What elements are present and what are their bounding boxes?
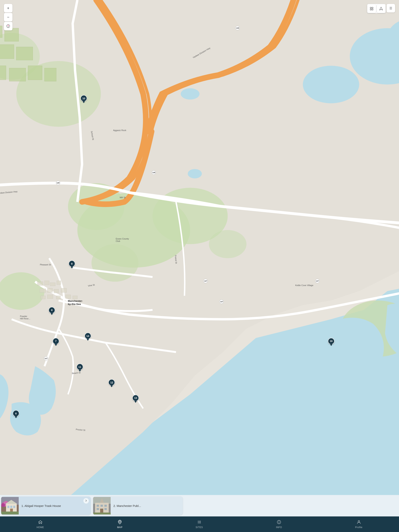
home-icon (38, 520, 43, 525)
nav-label-info: INFO (276, 526, 282, 529)
map-pin-14[interactable]: 14 (84, 333, 91, 341)
list-button[interactable] (386, 4, 395, 13)
navigate-button[interactable] (377, 4, 385, 13)
place-card-label-2: 2. Manchester Publ... (113, 504, 141, 507)
nav-item-home[interactable]: HOME (33, 518, 48, 530)
svg-point-83 (358, 520, 360, 522)
svg-rect-32 (0, 44, 14, 59)
place-card-text-2: 2. Manchester Publ... (111, 502, 183, 510)
map-container[interactable]: Aggasiz Rock Pleasant St Manchester-by-t… (0, 0, 399, 516)
svg-rect-44 (370, 9, 371, 10)
place-card-img-1 (1, 497, 19, 514)
map-pin-10[interactable]: 10 (80, 95, 87, 103)
map-pin-13[interactable]: 13 (132, 395, 139, 403)
svg-rect-71 (100, 509, 103, 513)
nav-item-sites[interactable]: SITES (192, 518, 207, 530)
sites-icon (197, 520, 202, 525)
place-card-text-1: 1. Abigail Hooper Trask House (19, 502, 91, 510)
svg-rect-70 (104, 508, 107, 510)
place-card-chevron-1[interactable] (83, 498, 89, 504)
place-card-2[interactable]: 2. Manchester Publ... (93, 497, 183, 515)
svg-rect-72 (93, 513, 111, 514)
map-controls-left: + − (4, 4, 13, 30)
layers-button[interactable] (367, 4, 376, 13)
svg-rect-15 (37, 282, 43, 285)
svg-rect-42 (370, 7, 371, 8)
svg-rect-58 (10, 506, 12, 508)
svg-rect-59 (13, 506, 15, 508)
nav-item-map[interactable]: MAP (113, 518, 126, 530)
svg-rect-25 (56, 296, 61, 299)
compass-button[interactable] (4, 22, 13, 30)
svg-rect-22 (61, 288, 67, 292)
map-icon (117, 520, 122, 525)
svg-rect-43 (372, 7, 373, 8)
svg-marker-40 (8, 25, 9, 26)
svg-marker-46 (380, 7, 383, 10)
info-icon (277, 520, 281, 525)
svg-rect-27 (73, 296, 77, 299)
svg-rect-38 (45, 68, 56, 81)
map-pin-11[interactable]: 11 (77, 364, 83, 372)
card-strip: 1. Abigail Hooper Trask House (0, 495, 399, 516)
nav-label-sites: SITES (196, 526, 203, 529)
place-card-label-1: 1. Abigail Hooper Trask House (21, 504, 61, 507)
svg-point-12 (303, 66, 359, 103)
svg-point-10 (188, 169, 202, 178)
svg-rect-68 (104, 505, 107, 507)
svg-rect-18 (57, 281, 61, 285)
nav-label-map: MAP (117, 526, 122, 529)
svg-rect-45 (372, 9, 373, 10)
svg-rect-37 (28, 66, 42, 80)
svg-rect-57 (7, 506, 9, 508)
svg-rect-24 (47, 295, 53, 298)
svg-rect-17 (50, 283, 55, 286)
nav-label-home: HOME (37, 526, 44, 529)
svg-rect-61 (1, 512, 19, 514)
nav-label-profile: Profile (355, 526, 363, 529)
svg-point-8 (91, 244, 138, 282)
map-controls-right (367, 4, 395, 13)
svg-rect-20 (47, 288, 53, 292)
zoom-in-button[interactable]: + (4, 4, 13, 13)
svg-rect-23 (41, 296, 45, 299)
map-pin-6[interactable]: 6 (13, 410, 19, 418)
svg-point-9 (209, 230, 246, 258)
map-background (0, 0, 399, 516)
svg-rect-69 (97, 508, 99, 510)
svg-marker-41 (8, 26, 9, 27)
svg-rect-66 (97, 505, 99, 507)
bottom-nav: HOME MAP SITES (0, 516, 399, 532)
svg-point-73 (119, 521, 121, 522)
map-pin-12[interactable]: 12 (108, 379, 115, 387)
map-pin-7[interactable]: 7 (53, 338, 59, 346)
nav-item-profile[interactable]: Profile (351, 518, 367, 530)
svg-rect-29 (0, 26, 2, 38)
place-card-1[interactable]: 1. Abigail Hooper Trask House (1, 497, 91, 515)
svg-rect-19 (40, 289, 46, 292)
zoom-out-button[interactable]: − (4, 13, 13, 21)
svg-rect-35 (0, 66, 6, 80)
place-card-img-2 (93, 497, 111, 514)
svg-rect-21 (54, 289, 59, 293)
svg-rect-33 (16, 47, 33, 60)
svg-rect-16 (45, 281, 49, 285)
svg-point-11 (181, 88, 200, 100)
svg-point-54 (1, 503, 5, 507)
svg-rect-60 (10, 509, 13, 512)
svg-rect-26 (66, 295, 71, 298)
map-pin-8[interactable]: 8 (49, 307, 55, 315)
map-pin-16[interactable]: 16 (328, 338, 335, 346)
profile-icon (357, 520, 361, 525)
svg-rect-36 (9, 68, 26, 81)
nav-item-info[interactable]: INFO (272, 518, 286, 530)
map-pin-9[interactable]: 9 (69, 260, 75, 269)
svg-rect-67 (101, 505, 103, 507)
